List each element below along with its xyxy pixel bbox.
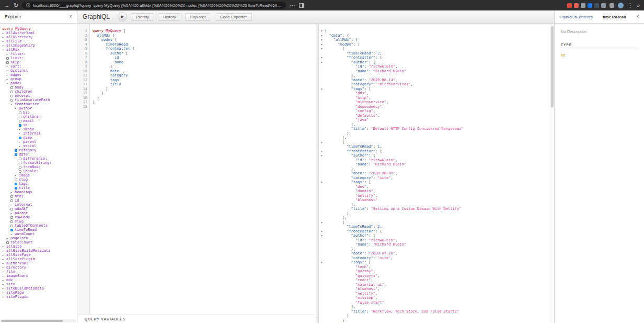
caret-right-icon[interactable]: ▸ [19,140,23,144]
caret-right-icon[interactable]: ▸ [2,244,6,249]
caret-right-icon[interactable]: ▸ [6,52,10,56]
explorer-item-wordCount[interactable]: ▸wordCount [0,232,77,236]
checkbox[interactable] [19,120,21,122]
checkbox-checked[interactable] [10,229,13,231]
checkbox[interactable] [15,179,17,181]
caret-right-icon[interactable]: ▸ [2,282,6,286]
fold-arrow-icon[interactable]: ▾ [319,55,325,60]
explorer-item-image[interactable]: ▸image [0,127,77,131]
caret-right-icon[interactable]: ▸ [2,35,6,39]
checkbox-checked[interactable] [19,124,21,127]
checkbox-checked[interactable] [15,149,17,152]
fold-arrow-icon[interactable]: ▾ [319,42,325,47]
explorer-item-allSite[interactable]: ▸allSite [0,244,77,249]
explorer-item-parent[interactable]: ▸parent [0,211,77,215]
explorer-query-row[interactable]: query MyQuery [0,27,77,31]
checkbox-checked[interactable] [19,137,21,139]
extensions-puzzle-icon[interactable] [610,3,614,8]
extension-icon-6[interactable] [601,3,606,8]
profile-avatar[interactable] [618,3,624,8]
caret-right-icon[interactable]: ▸ [10,211,15,215]
result-vertical-scrollbar[interactable] [550,24,554,323]
fold-arrow-icon[interactable]: ▾ [319,260,325,265]
explorer-item-mdx[interactable]: ▸mdx [0,278,77,282]
explorer-item-allSiteBuildMetadata[interactable]: ▸allSiteBuildMetadata [0,249,77,253]
fold-arrow-icon[interactable]: ▾ [319,153,325,158]
checkbox-checked[interactable] [15,183,17,185]
doc-back-link[interactable]: ‹ tableOfContents [559,14,593,19]
explorer-item-authorYaml[interactable]: ▸authorYaml [0,261,77,265]
caret-right-icon[interactable]: ▸ [6,73,10,77]
explorer-item-internal[interactable]: ▸internal [0,131,77,136]
explorer-item-sort[interactable]: ▸sort: [0,64,77,69]
explorer-item-body[interactable]: body [0,85,77,90]
explorer-item-children[interactable]: children [0,90,77,94]
doc-close-icon[interactable]: × [636,14,639,19]
caret-right-icon[interactable]: ▸ [19,127,23,131]
caret-right-icon[interactable]: ▸ [10,232,15,236]
execute-button[interactable]: ▶ [118,12,127,21]
caret-right-icon[interactable]: ▸ [2,270,6,274]
checkbox[interactable] [6,57,9,60]
chevrons-icon[interactable]: » [637,3,640,8]
explorer-item-difference[interactable]: difference: [0,157,77,161]
extension-icon-4[interactable] [588,3,592,8]
caret-right-icon[interactable]: ▸ [2,286,6,291]
reload-icon[interactable]: ↻ [14,3,18,8]
address-bar[interactable]: i [22,2,286,9]
caret-right-icon[interactable]: ▸ [6,69,10,73]
explorer-item-tableOfContents[interactable]: tableOfContents [0,224,77,228]
scrollbar-thumb[interactable] [1,320,63,322]
explorer-item-nodes[interactable]: ▾nodes [0,81,77,85]
explorer-item-locale[interactable]: locale: [0,169,77,173]
checkbox[interactable] [10,99,13,102]
explorer-item-bio[interactable]: bio [0,110,77,115]
explorer-item-formatString[interactable]: formatString: [0,161,77,165]
explorer-item-rawBody[interactable]: rawBody [0,215,77,219]
explorer-item-pageInfo[interactable]: ▸pageInfo [0,236,77,240]
menu-icon[interactable]: ⋮ [627,3,633,8]
caret-right-icon[interactable]: ▸ [2,265,6,270]
explorer-item-internal[interactable]: ▸internal [0,203,77,207]
fold-arrow-icon[interactable]: ▾ [319,47,325,51]
checkbox[interactable] [19,112,21,114]
checkbox-checked[interactable] [15,187,17,190]
explorer-item-frontmatter[interactable]: ▾frontmatter [0,102,77,106]
explorer-item-directory[interactable]: ▸directory [0,265,77,270]
checkbox[interactable] [6,241,9,244]
explorer-item-slug[interactable]: slug [0,177,77,182]
explorer-item-skip[interactable]: skip: [0,60,77,64]
caret-right-icon[interactable]: ▸ [2,257,6,261]
url-input[interactable] [33,3,282,8]
fold-arrow-icon[interactable]: ▾ [319,140,325,145]
prettify-button[interactable]: Prettify [131,13,154,21]
fold-arrow-icon[interactable]: ▾ [319,60,325,65]
explorer-item-limit[interactable]: limit: [0,56,77,60]
caret-right-icon[interactable]: ▸ [2,295,6,299]
checkbox[interactable] [19,162,21,164]
explorer-item-slug[interactable]: slug [0,219,77,224]
fold-arrow-icon[interactable]: ▾ [319,87,325,92]
explorer-item-date[interactable]: date [0,152,77,157]
caret-down-icon[interactable]: ▾ [2,48,6,52]
explorer-toggle-button[interactable]: Explorer [185,13,211,21]
checkbox[interactable] [19,158,21,160]
caret-down-icon[interactable]: ▾ [6,81,10,85]
explorer-item-title[interactable]: title [0,186,77,190]
sidebar-toggle-icon[interactable] [299,3,304,8]
fold-arrow-icon[interactable]: ▾ [319,229,325,234]
extension-icon-1[interactable] [567,3,572,8]
checkbox-checked[interactable] [15,153,17,156]
fold-arrow-icon[interactable]: ▾ [319,149,325,154]
caret-right-icon[interactable]: ▸ [2,31,6,35]
explorer-item-mdxAST[interactable]: mdxAST [0,207,77,211]
caret-right-icon[interactable]: ▸ [19,144,23,148]
checkbox[interactable] [10,95,13,97]
explorer-item-imageSharp[interactable]: ▸imageSharp [0,274,77,278]
checkbox[interactable] [19,116,21,118]
query-variables-bar[interactable]: QUERY VARIABLES [77,315,316,323]
caret-down-icon[interactable]: ▾ [10,102,15,106]
explorer-item-fileAbsolutePath[interactable]: fileAbsolutePath [0,98,77,102]
explorer-item-id[interactable]: id [0,123,77,127]
caret-right-icon[interactable]: ▸ [10,190,15,194]
